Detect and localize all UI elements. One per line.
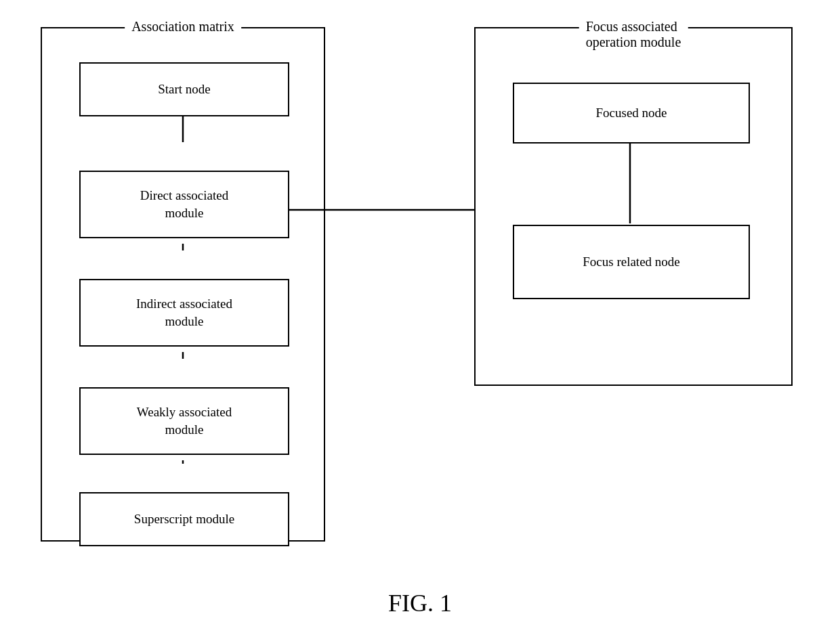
right-panel-title: Focus associatedoperation module (579, 19, 688, 50)
left-panel: Association matrix Start node Direct ass… (41, 27, 325, 542)
box-focused-node: Focused node (513, 83, 750, 144)
left-panel-title: Association matrix (125, 19, 241, 35)
box-weakly-associated: Weakly associatedmodule (79, 387, 289, 455)
box-direct-associated: Direct associatedmodule (79, 171, 289, 238)
diagram-area: Association matrix Start node Direct ass… (0, 0, 840, 582)
right-panel: Focus associatedoperation module Focused… (474, 27, 793, 386)
box-indirect-associated: Indirect associatedmodule (79, 279, 289, 347)
box-superscript-module: Superscript module (79, 492, 289, 546)
figure-caption: FIG. 1 (388, 589, 452, 617)
box-focus-related-node: Focus related node (513, 225, 750, 299)
box-start-node: Start node (79, 62, 289, 116)
